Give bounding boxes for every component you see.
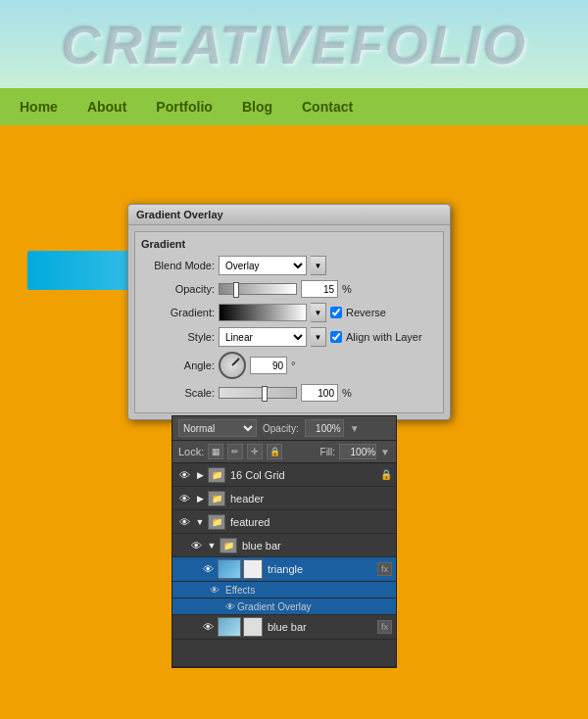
- fill-input[interactable]: [339, 444, 376, 459]
- gradient-preview[interactable]: [219, 304, 307, 321]
- fill-dropdown-icon[interactable]: ▼: [380, 447, 390, 457]
- layer-effects-row: 👁 Effects: [172, 582, 396, 599]
- layer-header[interactable]: 👁 ▶ 📁 header: [172, 487, 396, 510]
- layer-thumb-bluebar2: [218, 617, 241, 637]
- blend-mode-label: Blend Mode:: [141, 260, 215, 271]
- angle-input[interactable]: [250, 357, 287, 374]
- nav-about[interactable]: About: [87, 99, 126, 115]
- style-arrow[interactable]: ▼: [311, 327, 326, 347]
- layer-expand-featured[interactable]: ▼: [194, 516, 206, 528]
- gradient-overlay-panel: Gradient Overlay Gradient Blend Mode: Ov…: [127, 204, 451, 420]
- layer-empty-row: [172, 640, 396, 667]
- layer-16-col-grid[interactable]: 👁 ▶ 📁 16 Col Grid 🔒: [172, 463, 396, 487]
- layer-fx-bluebar2[interactable]: fx: [377, 620, 392, 634]
- layer-vis-header[interactable]: 👁: [176, 491, 192, 506]
- nav-portfolio[interactable]: Portfolio: [156, 99, 213, 115]
- gradient-group: Gradient Blend Mode: Overlay Normal Mult…: [134, 231, 444, 413]
- style-label: Style:: [141, 331, 215, 343]
- layers-mode-row: Normal Opacity: ▼: [172, 416, 396, 441]
- scale-input[interactable]: [301, 384, 338, 402]
- reverse-label: Reverse: [346, 307, 386, 318]
- layer-vis-featured[interactable]: 👁: [176, 514, 192, 530]
- layer-vis-triangle[interactable]: 👁: [200, 561, 216, 577]
- align-layer-label: Align with Layer: [346, 331, 422, 343]
- opacity-slider[interactable]: [219, 283, 297, 295]
- layer-blue-bar-layer[interactable]: 👁 blue bar fx: [172, 615, 396, 640]
- opacity-row: Opacity: %: [141, 280, 437, 298]
- scale-row: Scale: %: [141, 384, 437, 402]
- blend-mode-arrow[interactable]: ▼: [311, 256, 326, 275]
- layer-mask-bluebar2: [243, 617, 263, 637]
- scale-unit: %: [342, 387, 352, 399]
- effects-label: Effects: [225, 585, 255, 596]
- angle-label: Angle:: [141, 360, 215, 371]
- layers-mode-select[interactable]: Normal: [178, 419, 257, 437]
- gradient-label: Gradient:: [141, 307, 215, 318]
- scale-slider[interactable]: [219, 387, 297, 399]
- layer-triangle[interactable]: 👁 triangle fx: [172, 557, 396, 582]
- gradient-row: Gradient: ▼ Reverse: [141, 303, 437, 322]
- opacity-dropdown-icon[interactable]: ▼: [350, 423, 360, 434]
- reverse-checkbox[interactable]: [330, 307, 342, 318]
- layer-mask-triangle: [243, 559, 263, 579]
- blend-mode-select[interactable]: Overlay Normal Multiply: [219, 256, 307, 275]
- layer-vis-bluebar2[interactable]: 👁: [200, 619, 216, 635]
- gradient-overlay-eye[interactable]: 👁: [223, 599, 237, 613]
- layer-thumb-triangle: [218, 559, 241, 579]
- lock-position-tool[interactable]: ✛: [247, 444, 263, 459]
- opacity-thumb: [233, 282, 239, 298]
- scale-label: Scale:: [141, 387, 215, 399]
- angle-unit: °: [291, 360, 295, 371]
- gradient-overlay-effect-label: Gradient Overlay: [237, 601, 312, 612]
- layer-group-icon-header: 📁: [208, 491, 225, 506]
- site-title: CREATIVEFOLIO: [61, 13, 527, 76]
- lock-all-tool[interactable]: 🔒: [267, 444, 282, 459]
- layer-group-icon-bluebar: 📁: [220, 538, 237, 553]
- group-title: Gradient: [141, 238, 437, 250]
- panel-title: Gradient Overlay: [128, 205, 450, 225]
- content-area: Gradient Overlay Gradient Blend Mode: Ov…: [0, 125, 588, 719]
- layer-blue-bar-group[interactable]: 👁 ▼ 📁 blue bar: [172, 534, 396, 557]
- blend-mode-row: Blend Mode: Overlay Normal Multiply ▼: [141, 256, 437, 275]
- layer-featured[interactable]: 👁 ▼ 📁 featured: [172, 510, 396, 534]
- layer-lock-16col: 🔒: [380, 469, 392, 480]
- style-row: Style: Linear Radial Angle ▼ Align with …: [141, 327, 437, 347]
- style-select[interactable]: Linear Radial Angle: [219, 327, 307, 347]
- lock-transparency-tool[interactable]: ▦: [208, 444, 223, 459]
- layer-name-bluebar2: blue bar: [265, 621, 375, 633]
- effects-eye[interactable]: 👁: [208, 583, 221, 597]
- layer-gradient-overlay-item[interactable]: 👁 Gradient Overlay: [172, 599, 396, 615]
- layers-opacity-label: Opacity:: [263, 423, 299, 434]
- layer-group-icon-16col: 📁: [208, 467, 225, 483]
- gradient-arrow[interactable]: ▼: [311, 303, 326, 322]
- layer-name-bluebar: blue bar: [239, 540, 392, 551]
- layer-name-featured: featured: [227, 516, 392, 528]
- opacity-slider-container: [219, 283, 297, 295]
- layers-panel: Normal Opacity: ▼ Lock: ▦ ✏ ✛ 🔒 Fill: ▼ …: [172, 415, 397, 668]
- opacity-input[interactable]: [301, 280, 338, 298]
- align-layer-checkbox[interactable]: [330, 331, 342, 343]
- layers-opacity-input[interactable]: [305, 419, 344, 437]
- layer-vis-bluebar[interactable]: 👁: [188, 538, 204, 553]
- opacity-unit: %: [342, 283, 352, 295]
- layer-vis-16col[interactable]: 👁: [176, 467, 192, 483]
- layer-fx-triangle[interactable]: fx: [377, 562, 392, 576]
- layer-expand-bluebar[interactable]: ▼: [206, 540, 218, 551]
- angle-dial[interactable]: [219, 352, 246, 379]
- layer-group-icon-featured: 📁: [208, 514, 225, 530]
- nav-home[interactable]: Home: [20, 99, 58, 115]
- angle-row: Angle: °: [141, 352, 437, 379]
- layer-name-16col: 16 Col Grid: [227, 469, 378, 481]
- site-header: CREATIVEFOLIO: [0, 0, 588, 88]
- fill-label: Fill:: [320, 447, 336, 457]
- layer-expand-16col[interactable]: ▶: [194, 469, 206, 481]
- nav-contact[interactable]: Contact: [302, 99, 353, 115]
- lock-label: Lock:: [178, 446, 204, 457]
- layer-expand-header[interactable]: ▶: [194, 493, 206, 504]
- nav-blog[interactable]: Blog: [242, 99, 272, 115]
- layer-name-header: header: [227, 493, 392, 504]
- layers-lock-row: Lock: ▦ ✏ ✛ 🔒 Fill: ▼: [172, 441, 396, 463]
- site-nav: Home About Portfolio Blog Contact: [0, 88, 588, 125]
- scale-thumb: [262, 386, 268, 402]
- lock-image-tool[interactable]: ✏: [227, 444, 243, 459]
